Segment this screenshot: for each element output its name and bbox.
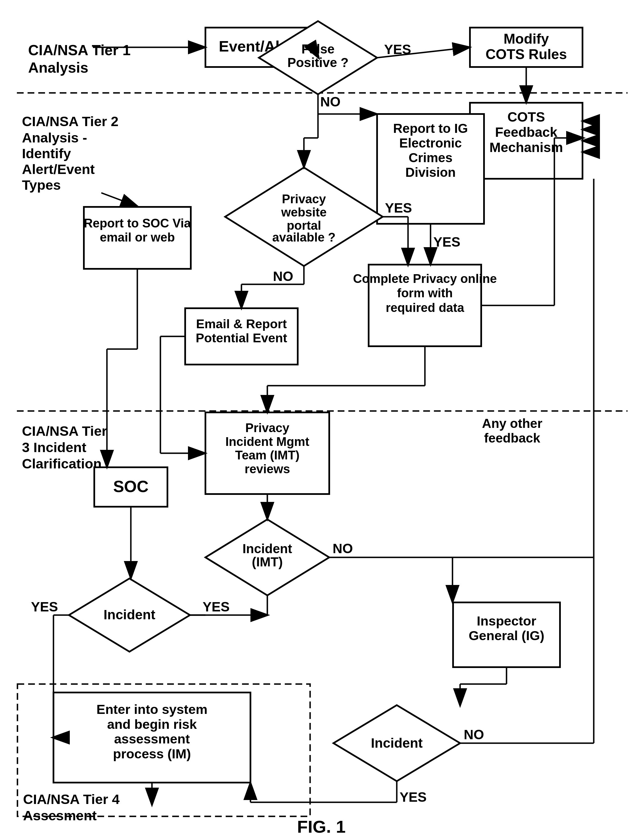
report-ig-t1: Report to IG (393, 121, 468, 136)
incident-imt-t1: Incident (243, 541, 292, 556)
no-incident-ig: NO (464, 727, 484, 742)
cots-fb-t1: COTS (508, 109, 545, 124)
enter-sys-t2: and begin risk (107, 717, 197, 732)
tier1-analysis: Analysis (28, 59, 88, 76)
report-ig-t2: Electronic (399, 136, 462, 150)
report-soc-t1: Report to SOC Via (84, 216, 191, 230)
incident-lower-text: Incident (104, 607, 155, 622)
tier3-l1: CIA/NSA Tier (22, 423, 107, 439)
priv-imt-t1: Privacy (245, 421, 290, 435)
any-other-feedback: Any other (482, 416, 543, 431)
cots-fb-t3: Mechanism (490, 140, 563, 155)
modify-cots-t2: COTS Rules (486, 46, 567, 62)
report-ig-t4: Division (405, 165, 456, 180)
complete-priv-t3: required data (386, 301, 464, 314)
tier2-l3: Identify (22, 146, 71, 161)
no-imt: NO (333, 541, 353, 556)
no-portal: NO (273, 269, 293, 284)
tier3-l2: 3 Incident (22, 440, 86, 455)
privacy-portal-t4: available ? (272, 230, 335, 244)
tier3-l3: Clarification (22, 456, 101, 471)
incident-ig-text: Incident (371, 735, 423, 750)
false-positive-t1: False (301, 42, 335, 56)
complete-priv-t2: form with (397, 286, 453, 300)
cots-fb-t2: Feedback (495, 125, 557, 140)
report-soc-t2: email or web (100, 230, 175, 244)
priv-imt-t2: Incident Mgmt (225, 435, 310, 448)
tier2-l1: CIA/NSA Tier 2 (22, 114, 119, 129)
yes-incident-lower: YES (31, 599, 58, 614)
enter-sys-t1: Enter into system (96, 702, 207, 717)
modify-cots-t1: Modify (503, 31, 549, 47)
privacy-portal-t1: Privacy (282, 192, 326, 206)
any-other-feedback2: feedback (484, 431, 540, 445)
email-report-t1: Email & Report (196, 317, 287, 331)
priv-imt-t3: Team (IMT) (235, 448, 300, 462)
yes-imt: YES (202, 599, 230, 614)
yes-fp: YES (384, 42, 411, 57)
tier2-l2: Analysis - (22, 130, 87, 145)
enter-sys-t4: process (IM) (113, 746, 191, 761)
soc-text: SOC (113, 477, 149, 495)
tier1-label: CIA/NSA Tier 1 (28, 42, 131, 58)
privacy-portal-t2: website (281, 205, 326, 219)
tier2-l5: Types (22, 177, 61, 193)
complete-priv-t1: Complete Privacy online (353, 272, 497, 286)
fig-label: FIG. 1 (297, 817, 346, 836)
yes-ig: YES (433, 234, 460, 249)
ig-t2: General (IG) (468, 628, 544, 643)
no-fp: NO (320, 94, 341, 109)
yes-incident-ig: YES (400, 789, 427, 804)
priv-imt-t4: reviews (245, 462, 290, 476)
tier4-l1: CIA/NSA Tier 4 (23, 792, 119, 807)
tier4-l2: Assesment (23, 808, 96, 823)
tier2-l4: Alert/Event (22, 162, 95, 177)
report-ig-t3: Crimes (409, 150, 452, 165)
ig-t1: Inspector (477, 613, 536, 628)
yes-portal: YES (385, 201, 412, 215)
email-report-t2: Potential Event (196, 331, 287, 345)
enter-sys-t3: assessment (114, 731, 190, 746)
incident-imt-t2: (IMT) (252, 554, 283, 569)
